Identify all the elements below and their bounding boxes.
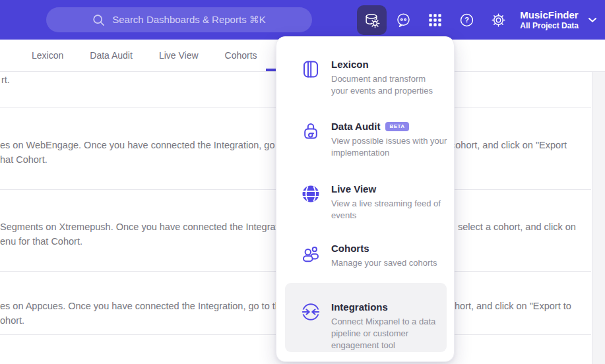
app-header: Search Dashboards & Reports ⌘K [0, 0, 605, 40]
menu-item-title: Integrations [331, 301, 388, 313]
tab-cohorts[interactable]: Cohorts [225, 50, 257, 61]
feedback-chat-icon [395, 12, 412, 28]
integrations-sync-icon [301, 302, 321, 322]
project-selector[interactable]: MusicFinder All Project Data [520, 9, 597, 31]
help-icon: ? [459, 12, 475, 28]
project-info: MusicFinder All Project Data [520, 9, 579, 31]
menu-item-description: Document and transform your events and p… [331, 73, 449, 97]
desc-line: implementation [331, 147, 449, 159]
menu-item-integrations[interactable]: Integrations Connect Mixpanel to a data … [285, 283, 447, 352]
gear-icon [490, 12, 507, 28]
row-text: select a cohort, and click on [458, 220, 576, 234]
menu-item-title: Live View [331, 183, 376, 195]
project-name: MusicFinder [520, 9, 579, 21]
project-subtitle: All Project Data [520, 21, 579, 31]
data-management-button[interactable] [357, 5, 387, 35]
menu-item-title: Cohorts [331, 243, 369, 255]
row-text: cohort, and click on "Export [451, 138, 567, 152]
row-text: es on WebEngage. Once you have connected… [0, 138, 302, 152]
row-text: Segments on Xtremepush. Once you have co… [0, 220, 294, 234]
menu-item-description: View a live streaming feed of events [331, 198, 449, 222]
menu-item-data-audit[interactable]: Data Audit BETA View possible issues wit… [276, 121, 449, 159]
row-text: es on Appcues. Once you have connected t… [0, 299, 296, 313]
live-view-globe-icon [301, 184, 321, 204]
help-button[interactable]: ? [452, 5, 482, 35]
menu-item-live-view[interactable]: Live View View a live streaming feed of … [276, 183, 449, 222]
desc-line: pipeline or customer [331, 328, 447, 340]
menu-item-description: View possible issues with your implement… [331, 135, 449, 159]
tab-live-view[interactable]: Live View [159, 50, 199, 61]
apps-grid-icon [427, 12, 443, 28]
row-text: hat Cohort. [0, 152, 48, 167]
row-text: enu for that Cohort. [0, 234, 82, 249]
menu-item-cohorts[interactable]: Cohorts Manage your saved cohorts [276, 243, 449, 269]
header-actions: ? MusicFinder All Project Data [357, 0, 597, 40]
desc-line: Connect Mixpanel to a data [331, 316, 447, 328]
menu-item-title: Lexicon [331, 59, 369, 71]
lexicon-book-icon [301, 59, 321, 79]
menu-item-lexicon[interactable]: Lexicon Document and transform your even… [276, 59, 449, 97]
desc-line: Document and transform [331, 73, 449, 85]
desc-line: View possible issues with your [331, 135, 449, 147]
row-text: hort, and click on "Export to [455, 299, 571, 313]
apps-grid-button[interactable] [420, 5, 450, 35]
menu-item-text: Cohorts Manage your saved cohorts [331, 243, 449, 269]
settings-button[interactable] [484, 5, 513, 35]
desc-line: Manage your saved cohorts [331, 257, 449, 269]
svg-text:?: ? [464, 16, 469, 24]
desc-line: engagement tool [331, 340, 447, 351]
tab-data-audit[interactable]: Data Audit [90, 50, 133, 61]
cohorts-users-icon [301, 243, 321, 263]
menu-item-text: Integrations Connect Mixpanel to a data … [331, 301, 447, 351]
row-text: ohort. [0, 313, 24, 328]
data-audit-lock-icon [301, 121, 321, 141]
menu-item-text: Data Audit BETA View possible issues wit… [331, 121, 449, 159]
tab-lexicon[interactable]: Lexicon [32, 50, 63, 61]
feedback-button[interactable] [389, 5, 418, 35]
menu-item-description: Manage your saved cohorts [331, 257, 449, 269]
data-management-menu: Lexicon Document and transform your even… [276, 36, 455, 362]
page-gutter [592, 72, 605, 364]
menu-item-description: Connect Mixpanel to a data pipeline or c… [331, 316, 447, 351]
menu-item-text: Live View View a live streaming feed of … [331, 183, 449, 222]
desc-line: View a live streaming feed of [331, 198, 449, 210]
database-gear-icon [364, 12, 380, 28]
menu-item-text: Lexicon Document and transform your even… [331, 59, 449, 97]
search-bar[interactable]: Search Dashboards & Reports ⌘K [46, 7, 312, 32]
beta-badge: BETA [385, 122, 408, 131]
chevron-down-icon [588, 17, 597, 23]
search-placeholder: Search Dashboards & Reports ⌘K [112, 14, 266, 26]
desc-line: events [331, 210, 449, 222]
search-icon [92, 14, 105, 26]
row-text: rt. [1, 73, 10, 87]
menu-item-title: Data Audit [331, 121, 380, 133]
desc-line: your events and properties [331, 85, 449, 97]
